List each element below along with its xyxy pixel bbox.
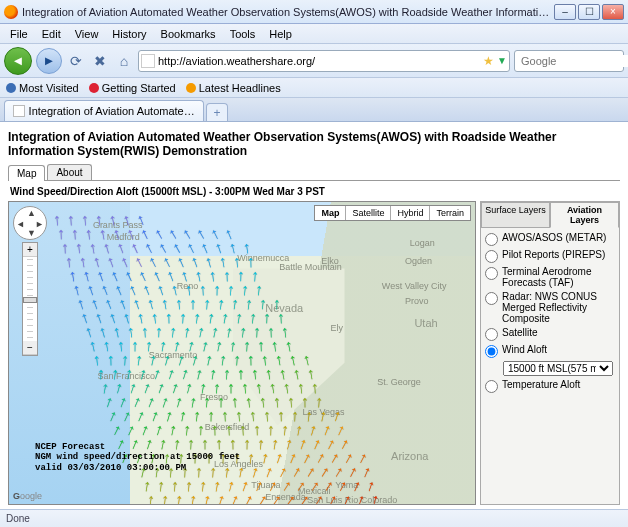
layer-awos: AWOS/ASOS (METAR) [485,232,615,246]
maptype-map[interactable]: Map [315,206,346,220]
layer-label-temp[interactable]: Temperature Aloft [502,379,615,390]
zoom-in-button[interactable]: + [23,243,37,257]
minimize-button[interactable]: – [554,4,576,20]
menu-file[interactable]: File [4,26,34,42]
url-input[interactable] [158,55,480,67]
label-ogden: Ogden [405,256,432,266]
menu-history[interactable]: History [106,26,152,42]
map-type-control: Map Satellite Hybrid Terrain [314,205,471,221]
layer-label-radar[interactable]: Radar: NWS CONUS Merged Reflectivity Com… [502,291,615,324]
menu-bar: File Edit View History Bookmarks Tools H… [0,24,628,44]
forward-button[interactable]: ► [36,48,62,74]
layer-label-awos[interactable]: AWOS/ASOS (METAR) [502,232,615,243]
search-bar[interactable] [514,50,624,72]
label-fresno: Fresno [200,392,228,402]
close-button[interactable]: × [602,4,624,20]
app-tabs: Map About [8,164,620,181]
reload-button[interactable]: ⟳ [66,51,86,71]
forecast-line2: NGM wind speed/direction at 15000 feet [35,452,240,463]
maptype-satellite[interactable]: Satellite [346,206,391,220]
layer-radio-sat[interactable] [485,328,498,341]
tab-favicon-icon [13,105,25,117]
wind-level-control: 15000 ft MSL(575 mb) [503,361,615,376]
window-title: Integration of Aviation Automated Weathe… [22,6,550,18]
pan-up-icon[interactable]: ▲ [27,208,36,218]
menu-edit[interactable]: Edit [36,26,67,42]
tab-about[interactable]: About [47,164,91,180]
menu-help[interactable]: Help [263,26,298,42]
layer-radio-wind[interactable] [485,345,498,358]
tab-strip: Integration of Aviation Automated ... + [0,98,628,122]
label-tijuana: Tijuana [251,480,280,490]
tab-surface-layers[interactable]: Surface Layers [481,202,550,228]
label-logan: Logan [410,238,435,248]
label-lasvegas: Las Vegas [303,407,345,417]
zoom-track[interactable] [27,259,33,339]
layer-wind: Wind Aloft [485,344,615,358]
bookmark-most-visited[interactable]: Most Visited [6,82,79,94]
layer-radio-pirep[interactable] [485,250,498,263]
tab-aviation-layers[interactable]: Aviation Layers [550,202,619,228]
layer-radio-awos[interactable] [485,233,498,246]
menu-view[interactable]: View [69,26,105,42]
wind-arrow-icon: ↑ [187,504,207,505]
bookmark-label: Getting Started [102,82,176,94]
maptype-terrain[interactable]: Terrain [430,206,470,220]
back-button[interactable]: ◄ [4,47,32,75]
page-icon [89,83,99,93]
layer-label-pirep[interactable]: Pilot Reports (PIREPS) [502,249,615,260]
page-content: Integration of Aviation Automated Weathe… [0,122,628,509]
bookmark-star-icon[interactable]: ★ [483,54,494,68]
search-input[interactable] [521,55,628,67]
bookmarks-toolbar: Most Visited Getting Started Latest Head… [0,78,628,98]
pan-right-icon[interactable]: ► [35,219,44,229]
zoom-out-button[interactable]: − [23,341,37,355]
label-medford: Medford [107,232,140,242]
google-logo: Google [13,491,42,501]
label-yuma: Yuma [335,480,358,490]
label-bakersfield: Bakersfield [205,422,250,432]
forecast-caption: NCEP Forecast NGM wind speed/direction a… [35,442,240,474]
bookmark-getting-started[interactable]: Getting Started [89,82,176,94]
label-sacramento: Sacramento [149,350,198,360]
tab-map[interactable]: Map [8,165,45,181]
layer-radio-radar[interactable] [485,292,498,305]
home-button[interactable]: ⌂ [114,51,134,71]
menu-tools[interactable]: Tools [224,26,262,42]
layers-panel: Surface Layers Aviation Layers AWOS/ASOS… [480,201,620,505]
maptype-hybrid[interactable]: Hybrid [391,206,430,220]
bookmark-latest-headlines[interactable]: Latest Headlines [186,82,281,94]
pan-left-icon[interactable]: ◄ [16,219,25,229]
pan-control[interactable]: ▲ ▼ ◄ ► [13,206,47,240]
map-subtitle: Wind Speed/Direction Aloft (15000ft MSL)… [8,183,620,201]
label-utah: Utah [414,317,437,329]
label-westvalley: West Valley City [382,281,447,291]
browser-tab[interactable]: Integration of Aviation Automated ... [4,100,204,121]
layer-radio-temp[interactable] [485,380,498,393]
maximize-button[interactable]: ☐ [578,4,600,20]
window-titlebar: Integration of Aviation Automated Weathe… [0,0,628,24]
layer-radio-taf[interactable] [485,267,498,280]
label-reno: Reno [177,281,199,291]
url-dropdown-icon[interactable]: ▼ [497,55,507,66]
new-tab-button[interactable]: + [206,103,228,121]
bookmark-label: Latest Headlines [199,82,281,94]
zoom-control: + − [22,242,38,356]
menu-bookmarks[interactable]: Bookmarks [155,26,222,42]
layer-temp: Temperature Aloft [485,379,615,393]
label-grantspass: Grants Pass [93,220,143,230]
layer-label-taf[interactable]: Terminal Aerodrome Forecasts (TAF) [502,266,615,288]
layer-label-sat[interactable]: Satellite [502,327,615,338]
tab-label: Integration of Aviation Automated ... [29,105,195,117]
stop-button[interactable]: ✖ [90,51,110,71]
folder-icon [6,83,16,93]
layer-label-wind[interactable]: Wind Aloft [502,344,615,355]
wind-level-select[interactable]: 15000 ft MSL(575 mb) [503,361,613,376]
zoom-handle[interactable] [23,297,37,303]
url-bar[interactable]: ★ ▼ [138,50,510,72]
layer-taf: Terminal Aerodrome Forecasts (TAF) [485,266,615,288]
pan-down-icon[interactable]: ▼ [27,228,36,238]
wind-arrow-icon: ↑ [173,504,192,505]
wind-arrow-icon: ↑ [355,504,375,505]
map-canvas[interactable]: Nevada Utah Arizona Las Vegas Sacramento… [8,201,476,505]
